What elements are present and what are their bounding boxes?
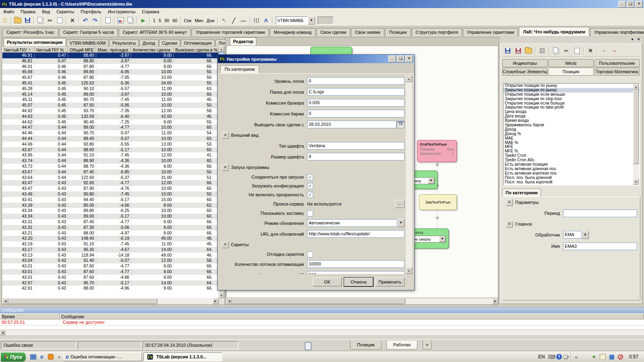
table-row[interactable]: 46.810.4788.80-3.979.0066.	[2, 58, 219, 64]
table-row[interactable]: 45.680.4689.80-6.9510.0050.	[2, 69, 219, 75]
panel-dropdown-icon[interactable]: ▾	[632, 37, 634, 41]
table-row[interactable]: 43.390.4385.00-4.568.0062.	[2, 203, 219, 208]
maximize-button[interactable]: ❑	[627, 1, 634, 8]
отмена-button[interactable]: Отмена	[344, 278, 373, 286]
scroll-left-icon[interactable]: ◀	[226, 298, 232, 304]
tslab-rocket-icon[interactable]	[582, 353, 589, 360]
element-item-22[interactable]: Посл. поз. была короткой	[504, 180, 639, 185]
element-item-20[interactable]: Есть активная короткая поз.	[504, 171, 639, 176]
unit-0[interactable]: Сек	[182, 18, 193, 23]
plugin-icon[interactable]	[599, 353, 607, 360]
main-tab-4[interactable]: Менеджер команд	[270, 28, 316, 36]
property-input[interactable]: EMA3	[563, 243, 637, 250]
element-item-3[interactable]: Закрытие позиции по stop-loss	[504, 97, 639, 101]
chevron-down-icon[interactable]: ▼	[439, 236, 446, 242]
delete-button[interactable]: ✕	[585, 46, 596, 56]
menu-item-4[interactable]: Портфель	[77, 9, 105, 14]
show-desktop-icon[interactable]	[30, 354, 36, 360]
text-input[interactable]: 0	[307, 77, 405, 85]
table-row[interactable]: 45.280.4590.10-5.5711.0063.	[2, 86, 219, 92]
main-tab-8[interactable]: Структура портфеля	[412, 28, 462, 36]
category-tab-Индикаторы[interactable]: Индикаторы	[502, 59, 547, 67]
element-item-14[interactable]: MFE	[504, 145, 639, 149]
minimize-button[interactable]: _	[618, 1, 626, 8]
workspace-tab-0[interactable]: Позиции	[350, 341, 382, 350]
scroll-thumb[interactable]	[8, 298, 157, 304]
menu-item-1[interactable]: Правка	[17, 9, 39, 14]
text-input[interactable]: 10000	[307, 260, 405, 268]
table-row[interactable]: 43.130.43118.94-14.1849.0046.	[2, 253, 219, 258]
table-row[interactable]: 44.060.4493.80-5.5513.0053.	[2, 142, 219, 147]
menu-item-5[interactable]: Инструменты	[105, 9, 139, 14]
collapse-icon[interactable]: ∧	[222, 241, 229, 248]
network-icon[interactable]	[608, 353, 615, 360]
scroll-thumb[interactable]	[232, 298, 405, 304]
left-tab-5[interactable]: Оптимизация	[181, 39, 215, 46]
media-player-icon[interactable]	[47, 354, 54, 360]
element-item-18[interactable]: Есть активная позиция	[504, 162, 639, 167]
main-tab-7[interactable]: Позиции	[385, 28, 411, 36]
timeframe-30[interactable]: 30	[163, 18, 171, 23]
scroll-right-icon[interactable]: ▶	[213, 298, 219, 304]
debug-bug-icon[interactable]: ★	[590, 353, 598, 360]
message-row[interactable]: 00:57:25.51 Сервер не доступен	[0, 319, 644, 325]
unit-2[interactable]: Дни	[205, 18, 216, 23]
scroll-down-icon[interactable]: ▼	[406, 267, 412, 274]
main-tab-9[interactable]: Управление скриптами	[463, 28, 518, 36]
table-row[interactable]: 46.910.4788.60-3.979.0066.	[2, 53, 219, 58]
table-row[interactable]: 43.340.4389.80-6.2510.0060.	[2, 208, 219, 214]
table-row[interactable]: 44.440.4489.40-5.0710.0060.	[2, 136, 219, 142]
menu-item-2[interactable]: Вид	[39, 9, 53, 14]
vtext-tool[interactable]	[252, 16, 261, 25]
checkbox[interactable]: ✓	[307, 174, 313, 180]
scroll-up-icon[interactable]: ▲	[406, 76, 412, 82]
element-item-4[interactable]: Открытие позиции если больше	[504, 101, 639, 106]
internet-explorer-icon[interactable]: e	[39, 354, 45, 360]
select-value[interactable]: Автоматически	[307, 219, 397, 227]
start-button[interactable]: Пуск	[1, 352, 26, 362]
scroll-left-icon[interactable]: ◀	[0, 330, 5, 335]
table-row[interactable]: 43.200.43148.40-6.1945.0048.	[2, 236, 219, 241]
table-row[interactable]: 43.470.4387.90-4.7610.0060.	[2, 186, 219, 191]
element-item-15[interactable]: MFE %	[504, 149, 639, 154]
scroll-right-icon[interactable]: ▶	[492, 298, 498, 304]
table-row[interactable]: 43.310.4387.40-4.779.0066.	[2, 219, 219, 225]
main-tab-5[interactable]: Свои сделки	[316, 28, 350, 36]
ok-button[interactable]: OK	[313, 278, 342, 286]
paste-button[interactable]	[55, 16, 64, 25]
scroll-thumb[interactable]	[633, 90, 639, 164]
connect-icon[interactable]: ⚿	[0, 16, 10, 25]
quick-launch-overflow-icon[interactable]: »	[58, 354, 60, 359]
tab-by-categories[interactable]: По категориям	[502, 189, 541, 197]
text-input[interactable]: C:\Logs	[307, 88, 405, 96]
cut-button[interactable]: ✂	[561, 46, 572, 56]
table-row[interactable]: 45.110.4590.70-7.4511.0045.	[2, 97, 219, 103]
chart-button[interactable]	[116, 16, 126, 25]
dialog-maximize-button[interactable]: ❑	[397, 56, 405, 62]
collapse-icon[interactable]: ∧	[506, 199, 513, 206]
table-row[interactable]: 45.140.4589.00-3.9710.0060.	[2, 92, 219, 97]
tab-by-categories[interactable]: По категориям	[220, 65, 259, 73]
element-item-11[interactable]: Доход %	[504, 132, 639, 136]
element-item-8[interactable]: Время входа	[504, 119, 639, 123]
collapse-icon[interactable]: ∧	[222, 164, 229, 171]
left-tab-4[interactable]: Сделки	[159, 39, 181, 46]
left-tab-1[interactable]: VTBR:ММВБ:60M	[66, 39, 109, 46]
help-icon[interactable]: ?	[555, 353, 563, 360]
table-row[interactable]: 43.410.4394.40-5.1715.0060.	[2, 197, 219, 203]
task-button-0[interactable]: eОшибка оптимизации - ...	[63, 352, 142, 361]
chevron-down-icon[interactable]: ▼	[428, 178, 434, 184]
property-select[interactable]: EMA▼	[563, 231, 589, 239]
main-tab-1[interactable]: Скрипт: Газпром 5 часов	[59, 28, 118, 36]
table-row[interactable]: 43.340.4389.00-5.1710.0060.	[2, 214, 219, 219]
main-tab-11[interactable]: Управление портфелями	[590, 28, 644, 36]
save-as-button[interactable]	[513, 46, 523, 56]
open-script-button[interactable]	[523, 46, 534, 56]
left-tab-2[interactable]: Результаты	[109, 39, 139, 46]
text-input[interactable]: 0.035	[307, 99, 405, 107]
list-vscrollbar[interactable]: ▲ ▼	[633, 84, 639, 185]
table-row[interactable]: 43.720.4488.70-4.369.0066.	[2, 164, 219, 169]
table-row[interactable]: 44.920.4593.70-7.3512.0058.	[2, 108, 219, 114]
checkbox[interactable]	[307, 251, 313, 257]
main-tab-6[interactable]: Свои заявки	[351, 28, 384, 36]
